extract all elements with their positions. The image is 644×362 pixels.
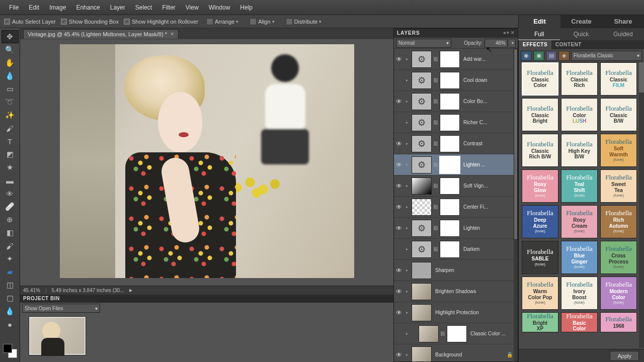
opt-arrange-dropdown[interactable]: Arrange	[203, 17, 242, 26]
brush-tool[interactable]: 🖌	[2, 239, 19, 252]
menu-file[interactable]: File	[4, 4, 24, 11]
visibility-toggle-icon[interactable]: 👁	[394, 246, 404, 253]
visibility-toggle-icon[interactable]: 👁	[394, 204, 404, 211]
effects-scroll-thumb[interactable]	[639, 62, 644, 93]
menu-enhance[interactable]: Enhance	[71, 4, 105, 11]
tab-effects[interactable]: EFFECTS	[519, 40, 551, 49]
expand-icon[interactable]: ▸	[404, 268, 410, 273]
visibility-toggle-icon[interactable]: 👁	[394, 161, 404, 168]
opt-bounding-box[interactable]: ✓Show Bounding Box	[61, 19, 119, 25]
layer-row[interactable]: 👁▸Brighten Shadows	[394, 281, 514, 302]
effect-preset[interactable]: FlorabellaClassicRich B/W	[522, 134, 558, 167]
layer-name[interactable]: Background	[433, 352, 507, 357]
effect-preset[interactable]: FlorabellaHigh KeyB/W	[561, 134, 598, 167]
crop-tool[interactable]: ◩	[2, 148, 19, 161]
layer-name[interactable]: Color Bo...	[461, 99, 514, 104]
layer-thumbnail[interactable]	[412, 72, 432, 89]
layer-row[interactable]: 👁▸⛓Contrast	[394, 133, 514, 154]
layer-row[interactable]: 👁▸⛓Center Fi...	[394, 197, 514, 218]
layer-row[interactable]: 👁▸Background🔒	[394, 344, 514, 361]
layer-thumbnail[interactable]	[412, 177, 432, 195]
mode-guided[interactable]: Guided	[602, 28, 644, 40]
menu-filter[interactable]: Filter	[157, 4, 181, 11]
opt-distribute-dropdown[interactable]: Distribute	[283, 17, 325, 26]
link-icon[interactable]: ⛓	[433, 246, 438, 252]
marquee-tool[interactable]: ▭	[2, 82, 19, 96]
project-bin-selector[interactable]: Show Open Files▾	[22, 304, 100, 313]
layer-thumbnail[interactable]	[412, 283, 432, 300]
cookie-cutter-tool[interactable]: ★	[2, 161, 19, 174]
layer-thumbnail[interactable]	[412, 135, 432, 152]
layer-thumbnail[interactable]	[412, 220, 432, 237]
effect-preset[interactable]: Florabella1968	[600, 312, 637, 332]
expand-icon[interactable]: ▸	[404, 310, 410, 315]
project-thumbnail[interactable]	[29, 317, 86, 355]
opacity-dropdown-icon[interactable]: ▾	[510, 39, 516, 48]
effects-preset-select[interactable]: Florabella Classic▾	[571, 51, 642, 61]
tab-create[interactable]: Create	[560, 15, 602, 28]
expand-icon[interactable]: ▸	[404, 99, 410, 104]
link-icon[interactable]: ⛓	[433, 56, 438, 62]
layer-name[interactable]: Richer C...	[461, 120, 514, 125]
blend-mode-select[interactable]: Normal▾	[396, 39, 451, 48]
layer-row[interactable]: 👁▸⛓Lighten ...	[394, 154, 514, 175]
expand-icon[interactable]: ▸	[404, 120, 410, 125]
layer-name[interactable]: Soft Vign...	[461, 183, 514, 189]
layer-name[interactable]: Darken	[461, 246, 514, 252]
straighten-tool[interactable]: ▬	[2, 174, 19, 187]
layer-thumbnail[interactable]	[412, 156, 432, 173]
layer-name[interactable]: Center Fi...	[461, 204, 514, 210]
expand-icon[interactable]: ▸	[404, 289, 410, 294]
effect-preset[interactable]: FlorabellaRichAutumn(tone)	[600, 205, 637, 238]
document-tab[interactable]: Vintage.jpg @ 45.4% (Lighten Midtones, L…	[23, 29, 179, 39]
redeye-tool[interactable]: 👁	[2, 187, 19, 200]
visibility-toggle-icon[interactable]: 👁	[394, 330, 404, 337]
layer-thumbnail[interactable]	[412, 199, 432, 216]
layer-mask-thumbnail[interactable]	[440, 72, 460, 89]
layer-thumbnail[interactable]	[419, 325, 439, 342]
layer-thumbnail[interactable]	[412, 346, 432, 362]
visibility-toggle-icon[interactable]: 👁	[394, 183, 404, 190]
sponge-tool[interactable]: ●	[2, 318, 19, 331]
link-icon[interactable]: ⛓	[440, 331, 445, 336]
layer-name[interactable]: Highlight Protection	[433, 310, 514, 315]
minimize-icon[interactable]: ◂	[503, 30, 506, 35]
effect-preset[interactable]: FlorabellaBasicColor	[561, 312, 598, 332]
menu-image[interactable]: Image	[44, 4, 71, 11]
visibility-toggle-icon[interactable]: 👁	[394, 288, 404, 295]
effect-preset[interactable]: FlorabellaWarmColor Pop(tone)	[522, 277, 558, 310]
visibility-toggle-icon[interactable]: 👁	[394, 98, 404, 105]
effect-preset[interactable]: FlorabellaSweetTea(tone)	[600, 169, 637, 203]
zoom-tool[interactable]: 🔍	[2, 43, 19, 56]
layer-row[interactable]: 👁▸⛓Richer C...	[394, 112, 514, 133]
layer-mask-thumbnail[interactable]	[440, 220, 460, 237]
link-icon[interactable]: ⛓	[433, 183, 438, 189]
layer-row[interactable]: 👁▸⛓Lighten	[394, 218, 514, 239]
blur-tool[interactable]: 💧	[2, 305, 19, 318]
link-icon[interactable]: ⛓	[433, 141, 438, 146]
expand-icon[interactable]: ▸	[404, 141, 410, 146]
expand-icon[interactable]: ▸	[404, 205, 410, 209]
effect-preset[interactable]: FlorabellaCrossProcess(tone)	[600, 241, 637, 274]
mode-full[interactable]: Full	[518, 28, 560, 40]
opacity-input[interactable]: 46%	[485, 39, 508, 48]
layer-name[interactable]: Lighten ...	[461, 162, 514, 167]
expand-icon[interactable]: ▸	[404, 331, 410, 336]
layer-thumbnail[interactable]	[412, 114, 432, 131]
effect-preset[interactable]: FlorabellaRosyGlow(tone)	[522, 169, 558, 203]
panel-menu-icon[interactable]: ▾	[507, 30, 509, 35]
layer-thumbnail[interactable]	[412, 262, 432, 279]
menu-select[interactable]: Select	[130, 4, 157, 11]
hand-tool[interactable]: ✋	[2, 56, 19, 69]
status-menu-icon[interactable]: ▶	[129, 288, 132, 293]
healing-tool[interactable]: 🩹	[2, 200, 19, 213]
effect-preset[interactable]: FlorabellaClassicFILM	[600, 62, 637, 96]
menu-edit[interactable]: Edit	[24, 4, 44, 11]
expand-icon[interactable]: ▸	[404, 352, 410, 357]
clone-tool[interactable]: ⊕	[2, 213, 19, 226]
layer-mask-thumbnail[interactable]	[440, 241, 460, 258]
fx-filter-1-icon[interactable]: ◉	[521, 51, 532, 61]
layer-name[interactable]: Contrast	[461, 141, 514, 146]
opt-highlight-rollover[interactable]: ✓Show Highlight on Rollover	[124, 19, 198, 25]
image-canvas[interactable]	[60, 44, 354, 278]
